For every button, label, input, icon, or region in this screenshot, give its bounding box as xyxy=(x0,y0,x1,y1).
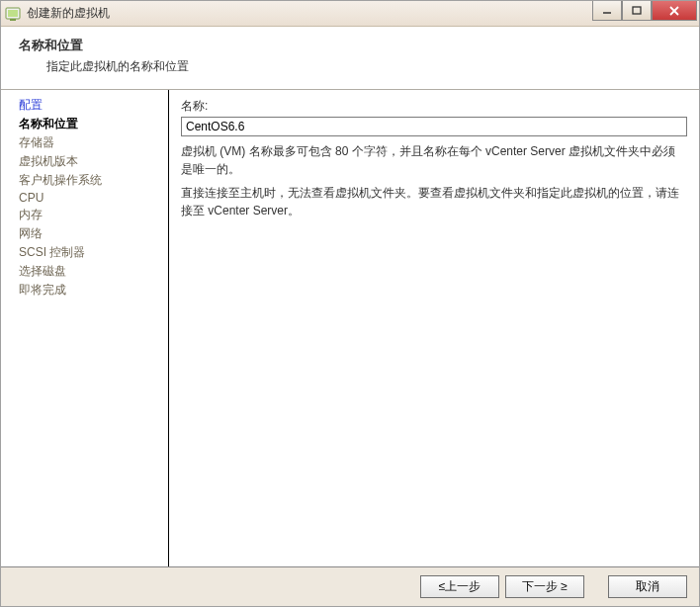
titlebar: 创建新的虚拟机 xyxy=(1,1,699,27)
main-pane: 名称: 虚拟机 (VM) 名称最多可包含 80 个字符，并且名称在每个 vCen… xyxy=(169,90,699,566)
close-button[interactable] xyxy=(652,1,697,21)
sidebar-item-vm-version: 虚拟机版本 xyxy=(19,152,168,171)
wizard-body: 配置 名称和位置 存储器 虚拟机版本 客户机操作系统 CPU 内存 网络 SCS… xyxy=(1,90,699,566)
help-text-2: 直接连接至主机时，无法查看虚拟机文件夹。要查看虚拟机文件夹和指定此虚拟机的位置，… xyxy=(181,184,687,219)
sidebar-item-name-location[interactable]: 名称和位置 xyxy=(19,115,168,133)
svg-rect-4 xyxy=(633,7,641,14)
sidebar-item-cpu: CPU xyxy=(19,190,168,206)
maximize-button[interactable] xyxy=(622,1,652,21)
sidebar-item-network: 网络 xyxy=(19,224,168,243)
app-icon xyxy=(5,6,21,22)
wizard-header: 名称和位置 指定此虚拟机的名称和位置 xyxy=(1,27,699,90)
sidebar-item-select-disk: 选择磁盘 xyxy=(19,262,168,281)
sidebar-item-scsi: SCSI 控制器 xyxy=(19,243,168,262)
window-buttons xyxy=(592,1,697,21)
sidebar-item-config[interactable]: 配置 xyxy=(19,96,168,115)
cancel-button[interactable]: 取消 xyxy=(608,575,687,598)
back-button[interactable]: ≤上一步 xyxy=(420,575,499,598)
sidebar-item-guest-os: 客户机操作系统 xyxy=(19,171,168,190)
wizard-footer: ≤上一步 下一步 ≥ 取消 xyxy=(1,566,699,606)
wizard-window: 创建新的虚拟机 名称和位置 指定此虚拟机的名称和位置 配置 名称和位置 存储器 … xyxy=(0,0,700,607)
sidebar-item-ready: 即将完成 xyxy=(19,281,168,300)
sidebar-item-memory: 内存 xyxy=(19,206,168,224)
vm-name-input[interactable] xyxy=(181,117,687,136)
content: 名称和位置 指定此虚拟机的名称和位置 配置 名称和位置 存储器 虚拟机版本 客户… xyxy=(1,27,699,606)
sidebar-item-storage: 存储器 xyxy=(19,133,168,152)
help-text-1: 虚拟机 (VM) 名称最多可包含 80 个字符，并且名称在每个 vCenter … xyxy=(181,142,687,178)
sidebar-nav: 配置 名称和位置 存储器 虚拟机版本 客户机操作系统 CPU 内存 网络 SCS… xyxy=(1,90,169,566)
wizard-header-subtitle: 指定此虚拟机的名称和位置 xyxy=(19,58,681,75)
name-label: 名称: xyxy=(181,98,687,115)
next-button[interactable]: 下一步 ≥ xyxy=(505,575,584,598)
svg-rect-1 xyxy=(8,10,18,17)
wizard-header-title: 名称和位置 xyxy=(19,37,681,54)
svg-rect-2 xyxy=(10,19,16,21)
minimize-button[interactable] xyxy=(592,1,622,21)
